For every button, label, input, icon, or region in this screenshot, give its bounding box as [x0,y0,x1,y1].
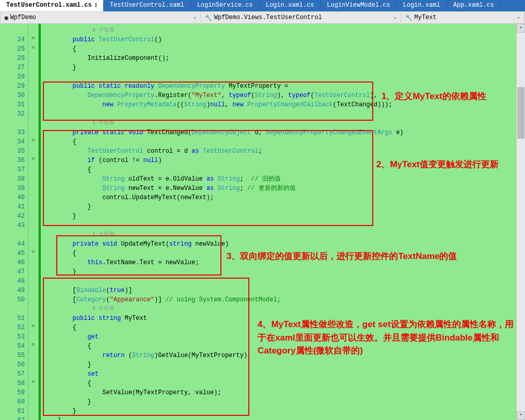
pin-icon: ⟟ [95,3,97,8]
fold-toggle [28,165,38,174]
code-line[interactable]: String newText = e.NewValue as String; /… [43,184,516,193]
fold-toggle [28,286,38,295]
code-line[interactable]: control.UpdateMyText(newText); [43,193,516,202]
code-line[interactable]: InitializeComponent(); [43,54,516,63]
code-line[interactable] [43,221,516,230]
fold-toggle [28,174,38,184]
code-line[interactable]: } [43,202,516,212]
fold-toggle [28,54,38,63]
fold-toggle[interactable]: ⊟ [28,35,38,44]
code-line[interactable] [43,277,516,286]
fold-toggle [28,258,38,267]
tab[interactable]: LoginService.cs [191,0,260,11]
code-line[interactable]: } [43,360,516,369]
fold-toggle[interactable]: ⊟ [28,379,38,388]
code-line[interactable]: public TestUserControl() [43,35,516,44]
code-line[interactable] [43,109,516,119]
nav-bar: ▣ WpfDemo ▾ 🔧 WpfDemo.Views.TestUserCont… [0,11,525,24]
fold-toggle[interactable]: ⊟ [28,323,38,332]
fold-toggle [28,100,38,109]
tab[interactable]: TestUserControl.xaml [104,0,191,11]
fold-toggle [28,397,38,407]
code-line[interactable]: } [43,397,516,407]
nav-member-label: MyText [415,14,437,21]
chevron-down-icon: ▾ [394,15,396,20]
tab[interactable]: LoginViewModel.cs [321,0,396,11]
code-line[interactable]: { [43,137,516,147]
fold-toggle [28,314,38,323]
code-line[interactable]: String oldText = e.OldValue as String; /… [43,174,516,184]
code-line[interactable]: SetValue(MyTextProperty, value); [43,388,516,397]
codelens-references[interactable]: 1 个引用 [43,119,516,128]
fold-toggle [28,63,38,72]
line-gutter: 242526272829303132 333435363738394041424… [0,24,28,420]
fold-toggle[interactable]: ⊟ [28,249,38,258]
fold-toggle[interactable]: ⊟ [28,137,38,147]
code-line[interactable]: { [43,379,516,388]
code-line[interactable]: set [43,369,516,379]
codelens-references[interactable]: 0 个引用 [43,304,516,314]
tab[interactable]: Login.xaml [397,0,447,11]
scroll-down-button[interactable]: ▾ [517,411,525,420]
fold-toggle [28,332,38,342]
tab-bar: TestUserControl.xaml.cs⟟TestUserControl.… [0,0,525,11]
fold-toggle [28,351,38,360]
fold-toggle [28,239,38,249]
wrench-icon: 🔧 [405,14,412,21]
nav-member[interactable]: 🔧 MyText ▾ [401,13,524,22]
fold-toggle [28,267,38,277]
fold-toggle[interactable]: ⊟ [28,342,38,351]
fold-toggle [28,416,38,420]
fold-toggle [28,407,38,416]
code-line[interactable]: } [43,63,516,72]
csharp-icon: ▣ [5,14,8,21]
fold-toggle[interactable]: ⊟ [28,44,38,54]
fold-toggle[interactable]: ⊟ [28,156,38,165]
code-line[interactable]: [Category("Appearance")] // using System… [43,295,516,304]
fold-toggle [28,147,38,156]
code-line[interactable] [43,72,516,82]
code-line[interactable]: { [43,44,516,54]
fold-toggle [28,221,38,230]
fold-toggle [28,369,38,379]
code-line[interactable]: } [43,212,516,221]
code-area[interactable]: 1、定义MyText的依赖属性 2、MyText值变更触发进行更新 3、双向绑定… [41,24,516,420]
tab[interactable]: TestUserControl.xaml.cs⟟ [0,0,104,11]
fold-toggle [28,295,38,304]
nav-project[interactable]: ▣ WpfDemo ▾ [1,13,201,22]
fold-column: ⊟⊟⊟⊟⊟⊟⊟⊟ [28,24,39,420]
annotation-text-3: 3、双向绑定的值更新以后，进行更新控件的TextName的值 [227,250,516,263]
code-editor[interactable]: 242526272829303132 333435363738394041424… [0,24,525,420]
code-line[interactable]: TestUserControl control = d as TestUserC… [43,147,516,156]
fold-toggle [28,193,38,202]
tab[interactable]: Login.xaml.cs [260,0,321,11]
fold-toggle [28,388,38,397]
fold-toggle [28,360,38,369]
annotation-text-2: 2、MyText值变更触发进行更新 [376,158,521,171]
annotation-text-1: 1、定义MyText的依赖属性 [381,90,516,103]
nav-type[interactable]: 🔧 WpfDemo.Views.TestUserControl ▾ [201,13,401,22]
code-line[interactable]: } [43,267,516,277]
annotation-text-4: 4、MyText属性做些改造，get set设置为依赖属性的属性名称，用于在xa… [258,318,516,358]
codelens-references[interactable]: 0 个引用 [43,26,516,35]
fold-toggle [28,82,38,91]
code-line[interactable]: private void UpdateMyText(string newValu… [43,239,516,249]
fold-toggle [28,91,38,100]
fold-toggle [28,72,38,82]
code-line[interactable]: [Bindable(true)] [43,286,516,295]
tab[interactable]: App.xaml.cs [447,0,501,11]
code-line[interactable]: private static void TextChanged(Dependen… [43,128,516,137]
fold-toggle [28,109,38,119]
scroll-thumb[interactable] [517,87,524,139]
code-line[interactable]: } [43,416,516,420]
class-icon: 🔧 [205,14,212,21]
scroll-up-button[interactable]: ▴ [517,24,525,33]
nav-type-label: WpfDemo.Views.TestUserControl [214,14,322,21]
fold-toggle [28,184,38,193]
vertical-scrollbar[interactable]: ▴ ▾ [516,24,525,420]
chevron-down-icon: ▾ [194,15,196,20]
chevron-down-icon: ▾ [517,15,520,20]
codelens-references[interactable]: 1 个引用 [43,230,516,239]
code-line[interactable]: } [43,407,516,416]
nav-project-label: WpfDemo [10,14,36,21]
